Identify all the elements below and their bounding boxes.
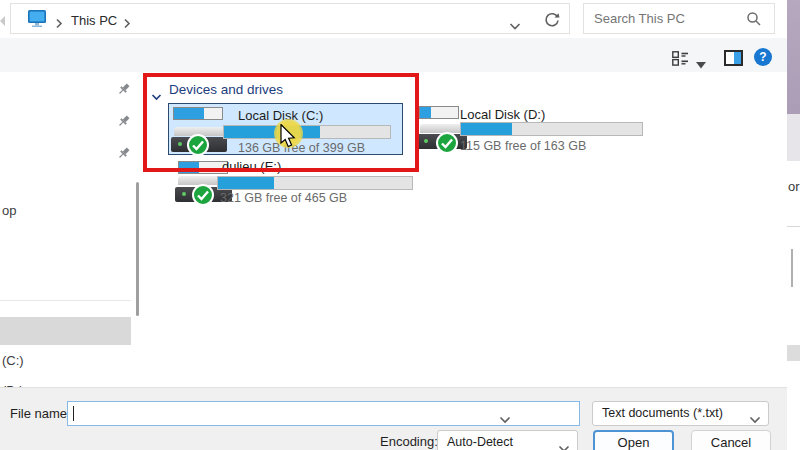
background-app-edge: or [787,0,800,450]
file-type-select[interactable]: Text documents (*.txt) [592,401,769,426]
file-name-combobox[interactable] [67,401,580,426]
chevron-down-icon [749,410,761,428]
pin-icon [116,82,131,101]
drive-item-local-disk-d[interactable]: Local Disk (D:) 115 GB free of 163 GB [417,103,660,155]
sidebar-item-this-pc-selected[interactable] [0,317,131,345]
back-button-fragment[interactable] [0,16,5,26]
checkmark-badge-icon [436,132,458,154]
background-app-gray-region [787,114,800,161]
encoding-select[interactable]: Auto-Detect [437,430,578,450]
view-dropdown-caret-icon[interactable] [696,55,706,73]
preview-pane-icon[interactable] [724,50,743,70]
drive-name: Local Disk (D:) [460,107,545,122]
text-caret [73,406,74,421]
file-name-label: File name: [10,406,71,421]
breadcrumb-separator-icon [55,15,63,33]
encoding-label: Encoding: [380,434,438,449]
sidebar-item-desktop-clipped[interactable]: op [2,203,16,218]
breadcrumb-separator-icon [123,15,131,33]
search-icon[interactable] [746,11,762,31]
dialog-footer: File name: Text documents (*.txt) Encodi… [0,387,787,450]
background-app-divider [787,226,800,227]
mouse-cursor-icon [280,124,299,154]
background-app-scrollbar [791,249,793,287]
encoding-value: Auto-Detect [447,435,513,449]
search-box[interactable] [583,3,775,34]
search-input[interactable] [594,8,734,29]
chevron-down-icon [558,439,570,450]
drive-icon-capacity-bar [419,106,459,119]
chevron-down-icon[interactable] [499,410,511,428]
navigation-sidebar: op (C:) (D:) [0,72,148,387]
drive-free-space: 321 GB free of 465 GB [220,191,347,205]
help-icon[interactable]: ? [754,48,772,66]
drive-free-space: 115 GB free of 163 GB [460,139,586,153]
sidebar-scrollbar[interactable] [136,182,139,316]
background-app-gray-band [787,345,800,361]
command-toolbar: ? [0,38,787,72]
background-app-purple-region [787,0,800,114]
cancel-button[interactable]: Cancel [691,430,771,450]
sidebar-divider [0,300,131,301]
breadcrumb-this-pc[interactable]: This PC [71,13,117,28]
open-file-dialog: This PC ? op [0,0,800,450]
address-bar[interactable]: This PC [10,3,570,34]
open-button[interactable]: Open [593,430,674,450]
pin-icon [116,114,131,133]
pin-icon [116,146,131,165]
drive-usage-bar [460,122,643,136]
address-dropdown-icon[interactable] [509,16,521,34]
background-app-clipped-text: or [788,179,800,194]
checkmark-badge-icon [192,184,214,206]
file-type-value: Text documents (*.txt) [602,406,723,420]
sidebar-item-drive-c-clipped[interactable]: (C:) [2,353,24,368]
refresh-icon[interactable] [542,10,562,34]
change-view-icon[interactable] [672,51,689,70]
drive-usage-bar [217,176,413,190]
this-pc-icon [27,9,47,32]
